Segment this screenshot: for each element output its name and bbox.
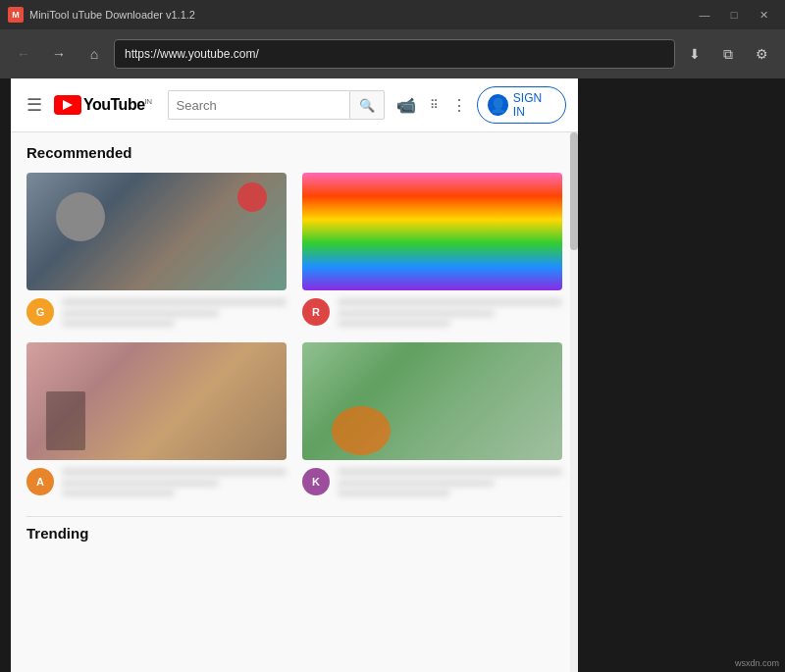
search-input[interactable] <box>168 90 349 120</box>
video-meta <box>62 468 287 496</box>
video-meta <box>338 298 562 327</box>
channel-avatar[interactable]: A <box>26 468 54 495</box>
download-icon[interactable]: ⬇ <box>679 38 710 70</box>
video-card[interactable]: K <box>302 342 562 496</box>
divider <box>26 516 562 517</box>
video-card[interactable]: G <box>26 173 287 327</box>
video-meta <box>338 468 562 496</box>
watermark: wsxdn.com <box>735 658 779 668</box>
menu-button[interactable]: ☰ <box>23 90 46 120</box>
search-container: 🔍 <box>168 90 385 120</box>
video-create-icon[interactable]: 📹 <box>392 92 420 119</box>
video-channel <box>62 320 175 327</box>
video-thumbnail[interactable] <box>26 173 287 290</box>
signin-button[interactable]: 👤 SIGN IN <box>477 86 566 124</box>
video-channel <box>338 490 450 496</box>
window-controls: — □ ✕ <box>691 5 777 25</box>
close-button[interactable]: ✕ <box>750 5 777 25</box>
forward-button[interactable]: → <box>43 38 75 70</box>
home-button[interactable]: ⌂ <box>78 38 110 70</box>
video-thumbnail[interactable] <box>302 342 562 460</box>
video-title-line1 <box>338 298 562 306</box>
channel-avatar[interactable]: K <box>302 468 330 495</box>
video-channel <box>62 490 175 496</box>
video-meta <box>62 298 287 327</box>
app-icon: M <box>8 7 24 23</box>
video-grid: G R <box>26 173 562 496</box>
channel-avatar[interactable]: G <box>26 298 54 326</box>
video-title-line1 <box>62 298 287 306</box>
signin-label: SIGN IN <box>513 91 555 119</box>
copy-icon[interactable]: ⧉ <box>712 38 744 70</box>
scrollbar-track <box>570 132 578 672</box>
search-button[interactable]: 🔍 <box>349 90 385 120</box>
nav-right-buttons: ⬇ ⧉ ⚙ <box>679 38 777 70</box>
titlebar: M MiniTool uTube Downloader v1.1.2 — □ ✕ <box>0 0 785 29</box>
scrollbar-thumb[interactable] <box>570 132 578 250</box>
video-info: R <box>302 298 562 327</box>
search-icon: 🔍 <box>359 98 375 113</box>
video-title-line1 <box>338 468 562 476</box>
settings-icon[interactable]: ⚙ <box>746 38 777 70</box>
video-title-line2 <box>338 310 495 317</box>
youtube-logo-icon <box>54 95 81 115</box>
video-thumbnail[interactable] <box>302 173 562 290</box>
signin-avatar-icon: 👤 <box>490 97 506 113</box>
apps-icon[interactable]: ⠿ <box>426 94 442 116</box>
trending-title: Trending <box>26 525 562 542</box>
recommended-title: Recommended <box>26 144 562 161</box>
video-card[interactable]: A <box>26 342 287 496</box>
browser-content: ☰ YouTubeIN 🔍 📹 ⠿ ⋮ 👤 SIGN IN Recommende… <box>11 78 578 672</box>
video-channel <box>338 320 450 327</box>
more-options-icon[interactable]: ⋮ <box>447 92 471 119</box>
navbar: ← → ⌂ ⬇ ⧉ ⚙ <box>0 29 785 78</box>
video-title-line2 <box>62 310 219 317</box>
header-right: 📹 ⠿ ⋮ 👤 SIGN IN <box>392 86 566 124</box>
video-title-line2 <box>62 480 219 487</box>
signin-avatar: 👤 <box>488 94 508 116</box>
maximize-button[interactable]: □ <box>720 5 748 25</box>
channel-avatar[interactable]: R <box>302 298 330 326</box>
video-info: G <box>26 298 287 327</box>
youtube-logo-text: YouTubeIN <box>83 96 152 114</box>
titlebar-title: MiniTool uTube Downloader v1.1.2 <box>29 9 691 21</box>
youtube-header: ☰ YouTubeIN 🔍 📹 ⠿ ⋮ 👤 SIGN IN <box>11 78 578 132</box>
youtube-logo[interactable]: YouTubeIN <box>54 95 152 115</box>
video-info: K <box>302 468 562 496</box>
video-card[interactable]: R <box>302 173 562 327</box>
youtube-main: Recommended G R <box>11 132 578 672</box>
minimize-button[interactable]: — <box>691 5 718 25</box>
video-title-line2 <box>338 480 495 487</box>
back-button[interactable]: ← <box>8 38 39 70</box>
video-thumbnail[interactable] <box>26 342 287 460</box>
video-title-line1 <box>62 468 287 476</box>
address-bar[interactable] <box>114 39 675 69</box>
video-info: A <box>26 468 287 496</box>
